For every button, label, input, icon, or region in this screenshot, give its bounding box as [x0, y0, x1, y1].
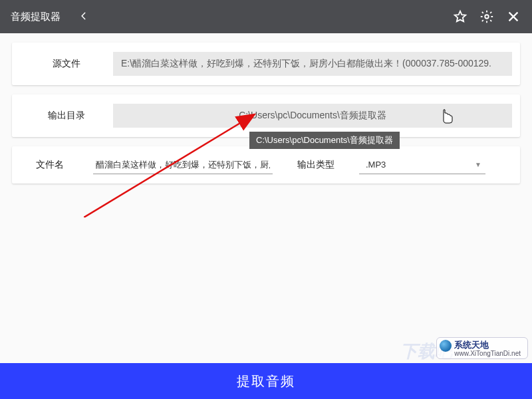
app-title: 音频提取器	[11, 11, 61, 23]
filename-card: 文件名 输出类型 .MP3 ▼	[12, 146, 520, 184]
source-file-card: 源文件 E:\醋溜白菜这样做，好吃到爆，还特别下饭，厨房小白都能做出来！(000…	[12, 43, 520, 85]
output-dir-label: 输出目录	[20, 110, 113, 122]
titlebar: 音频提取器	[0, 0, 532, 33]
output-dir-tooltip: C:\Users\pc\Documents\音频提取器	[249, 132, 400, 149]
settings-icon[interactable]	[479, 9, 495, 25]
output-type-label: 输出类型	[286, 159, 346, 171]
content-area: 源文件 E:\醋溜白菜这样做，好吃到爆，还特别下饭，厨房小白都能做出来！(000…	[0, 33, 532, 363]
source-file-input[interactable]: E:\醋溜白菜这样做，好吃到爆，还特别下饭，厨房小白都能做出来！(000037.…	[113, 52, 512, 76]
chevron-down-icon: ▼	[475, 161, 481, 168]
source-file-label: 源文件	[20, 58, 113, 70]
extract-button[interactable]: 提取音频	[0, 363, 532, 399]
window: 音频提取器 源文件 E:\醋溜白菜这样做，好吃到爆，还特别下饭，厨房小白都能做出…	[0, 0, 532, 399]
output-type-select[interactable]: .MP3 ▼	[359, 156, 485, 174]
output-type-value: .MP3	[366, 160, 386, 170]
watermark-name: 系统天地	[454, 340, 521, 350]
watermark-url: www.XiTongTianDi.net	[454, 350, 521, 357]
filename-input[interactable]	[93, 156, 273, 174]
close-icon[interactable]	[505, 9, 521, 25]
site-watermark: 系统天地 www.XiTongTianDi.net	[436, 337, 528, 359]
back-button[interactable]	[79, 10, 88, 24]
output-dir-card: 输出目录 C:\Users\pc\Documents\音频提取器	[12, 94, 520, 137]
svg-point-0	[485, 15, 489, 19]
filename-label: 文件名	[20, 159, 80, 171]
output-dir-input[interactable]: C:\Users\pc\Documents\音频提取器	[113, 104, 512, 128]
favorite-icon[interactable]	[452, 9, 468, 25]
